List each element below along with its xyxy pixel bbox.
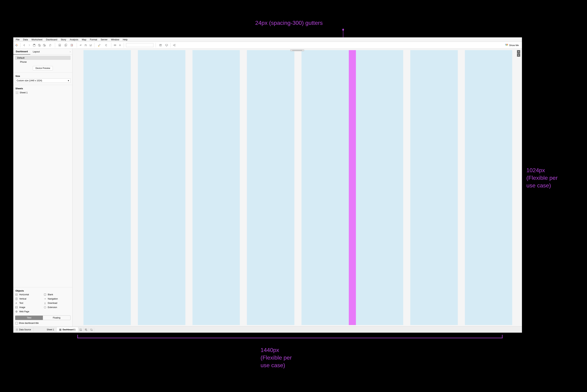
- svg-rect-17: [160, 44, 162, 46]
- svg-rect-24: [507, 44, 508, 45]
- tiled-option[interactable]: Tiled: [15, 316, 43, 320]
- menu-story[interactable]: Story: [59, 38, 68, 42]
- object-navigation[interactable]: Navigation: [44, 297, 71, 300]
- device-preview-button[interactable]: Device Preview: [33, 66, 53, 70]
- refresh-button[interactable]: [47, 43, 54, 48]
- menu-window[interactable]: Window: [109, 38, 121, 42]
- svg-point-20: [175, 44, 175, 45]
- grid-column: [138, 50, 185, 325]
- svg-rect-44: [85, 329, 86, 330]
- svg-point-19: [173, 45, 174, 46]
- menu-dashboard[interactable]: Dashboard: [44, 38, 59, 42]
- svg-rect-13: [71, 44, 73, 46]
- menu-format[interactable]: Format: [88, 38, 99, 42]
- svg-point-15: [106, 46, 107, 46]
- sidebar-tab-dashboard[interactable]: Dashboard: [13, 49, 30, 54]
- show-me-button[interactable]: Show Me: [505, 44, 521, 46]
- pin-button[interactable]: [118, 43, 122, 48]
- horizontal-icon: [15, 293, 18, 296]
- object-image[interactable]: Image: [15, 306, 42, 309]
- left-sidebar: Dashboard Layout ‹ Default Phone Device …: [13, 49, 73, 326]
- svg-rect-45: [86, 329, 87, 330]
- svg-rect-8: [45, 45, 45, 46]
- show-me-icon: [505, 44, 508, 46]
- highlight-button[interactable]: [96, 43, 103, 48]
- sort-desc-button[interactable]: [88, 43, 93, 48]
- object-blank[interactable]: Blank: [44, 293, 71, 296]
- object-text[interactable]: AText: [15, 301, 42, 305]
- download-icon: [44, 302, 47, 304]
- tab-sheet1[interactable]: Sheet 1: [44, 327, 57, 332]
- show-title-label: Show dashboard title: [19, 322, 39, 324]
- object-download[interactable]: Download: [44, 301, 71, 305]
- sheets-item[interactable]: Sheet 1: [13, 90, 72, 94]
- group-button[interactable]: [103, 43, 110, 48]
- menu-map[interactable]: Map: [80, 38, 88, 42]
- dashboard-icon: [59, 328, 62, 331]
- device-default[interactable]: Default: [15, 56, 71, 60]
- dashboard-canvas[interactable]: ✕ ▾: [73, 49, 522, 326]
- sidebar-tab-layout[interactable]: Layout: [30, 49, 42, 54]
- device-phone[interactable]: Phone: [15, 60, 71, 64]
- show-title-checkbox[interactable]: [16, 322, 18, 324]
- menu-bar: File Data Worksheet Dashboard Story Anal…: [13, 38, 522, 42]
- svg-rect-27: [507, 45, 508, 46]
- svg-point-7: [43, 44, 45, 45]
- menu-analysis[interactable]: Analysis: [68, 38, 80, 42]
- text-icon: A: [15, 302, 18, 304]
- svg-point-21: [175, 46, 175, 46]
- menu-help[interactable]: Help: [121, 38, 129, 42]
- new-dashboard-tab[interactable]: [84, 328, 89, 332]
- app-window: File Data Worksheet Dashboard Story Anal…: [13, 38, 522, 333]
- new-data-button[interactable]: [37, 43, 42, 48]
- svg-rect-41: [61, 330, 61, 331]
- fit-button[interactable]: [157, 43, 164, 48]
- new-story-tab[interactable]: [89, 328, 94, 332]
- object-webpage[interactable]: Web Page: [15, 310, 42, 313]
- navigation-icon: [44, 298, 47, 300]
- svg-rect-22: [505, 44, 506, 45]
- size-dropdown[interactable]: Custom size (1440 x 1024) ▾: [15, 78, 71, 83]
- globe-icon: [15, 310, 18, 313]
- vertical-icon: [15, 298, 18, 300]
- svg-rect-4: [34, 44, 35, 45]
- grid-column: [356, 50, 403, 325]
- sidebar-collapse-icon[interactable]: ‹: [68, 49, 72, 54]
- svg-point-1: [342, 29, 344, 31]
- annotation-width-label: 1440px (Flexible per use case): [261, 346, 292, 369]
- save-button[interactable]: [32, 43, 37, 48]
- layout-grid: [80, 50, 516, 325]
- forward-button[interactable]: [27, 43, 32, 48]
- sort-asc-button[interactable]: [83, 43, 88, 48]
- floating-option[interactable]: Floating: [43, 316, 71, 320]
- new-worksheet-tab[interactable]: [78, 328, 84, 332]
- menu-data[interactable]: Data: [21, 38, 30, 42]
- menu-server[interactable]: Server: [99, 38, 109, 42]
- labels-button[interactable]: [113, 43, 117, 48]
- layout-mode-toggle[interactable]: Tiled Floating: [15, 316, 71, 320]
- share-button[interactable]: [172, 43, 177, 48]
- clear-button[interactable]: [69, 43, 75, 48]
- object-extension[interactable]: Extension: [44, 306, 71, 309]
- back-button[interactable]: [22, 43, 27, 48]
- annotation-height-label: 1024px (Flexible per use case): [526, 166, 557, 190]
- more-icon[interactable]: ▾: [517, 54, 520, 57]
- duplicate-button[interactable]: [64, 43, 68, 48]
- canvas-controls: ✕ ▾: [517, 50, 520, 57]
- close-icon[interactable]: ✕: [517, 50, 520, 53]
- presentation-button[interactable]: [164, 43, 169, 48]
- annotation-gutter-label: 24px (spacing-300) gutters: [255, 19, 323, 27]
- drag-handle[interactable]: [290, 50, 304, 51]
- swap-button[interactable]: [78, 43, 83, 48]
- object-vertical[interactable]: Vertical: [15, 297, 42, 300]
- new-worksheet-button[interactable]: [57, 43, 63, 48]
- pause-button[interactable]: [42, 43, 47, 48]
- menu-worksheet[interactable]: Worksheet: [30, 38, 44, 42]
- tab-dashboard1[interactable]: Dashboard 1: [57, 327, 78, 332]
- tab-data-source[interactable]: Data Source: [13, 327, 34, 332]
- object-horizontal[interactable]: Horizontal: [15, 293, 42, 296]
- svg-text:A: A: [16, 302, 17, 304]
- logo-icon[interactable]: [14, 43, 19, 48]
- toolbar-dropdown[interactable]: [126, 43, 154, 47]
- menu-file[interactable]: File: [14, 38, 21, 42]
